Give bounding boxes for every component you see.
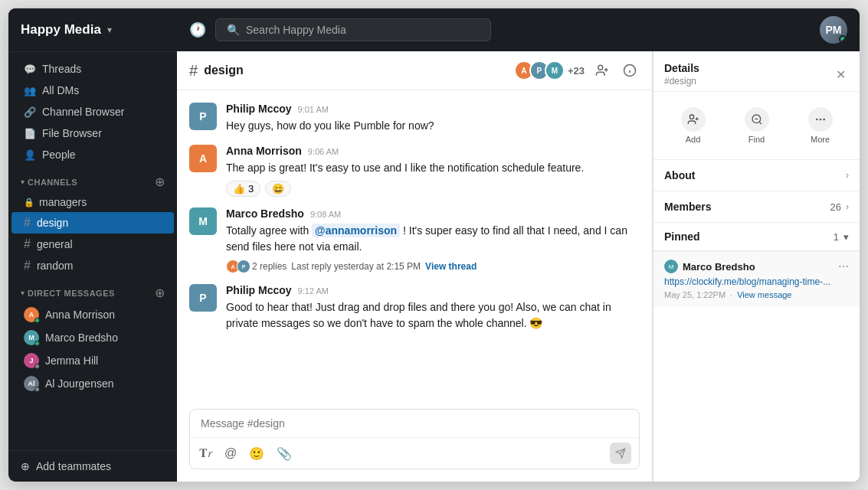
sidebar: Happy Media ▾ 💬 Threads 👥 All DMs 🔗 Chan… <box>8 8 177 482</box>
people-icon: 👤 <box>24 149 36 161</box>
member-avatars[interactable]: A P M +23 <box>514 60 585 80</box>
add-member-icon <box>681 107 706 132</box>
main-area: 🕐 🔍 Search Happy Media PM # design <box>177 8 860 482</box>
details-action-add-label: Add <box>686 135 701 144</box>
message-author: Marco Bredsho <box>226 207 304 220</box>
details-subtitle: #design <box>664 76 699 87</box>
offline-status-icon <box>34 387 40 392</box>
history-icon[interactable]: 🕐 <box>189 21 206 38</box>
pinned-header[interactable]: Pinned 1 ▾ <box>653 223 860 251</box>
channel-info-button[interactable] <box>620 60 640 80</box>
details-title-group: Details #design <box>664 62 699 87</box>
channel-item-design[interactable]: # design <box>11 212 174 234</box>
sidebar-item-people[interactable]: 👤 People <box>11 144 174 165</box>
dm-toggle[interactable]: ▾ DIRECT MESSAGES <box>21 289 115 298</box>
search-bar[interactable]: 🔍 Search Happy Media <box>215 18 491 41</box>
details-action-add[interactable]: Add <box>673 103 713 149</box>
member-count[interactable]: +23 <box>568 65 585 77</box>
pinned-item-date: May 25, 1:22PM <box>664 290 726 299</box>
thread-reply-count: 2 replies <box>252 261 287 272</box>
pinned-item-options-button[interactable]: ⋯ <box>838 260 849 273</box>
text-before: Totally agree with <box>226 224 312 237</box>
channels-toggle-arrow: ▾ <box>21 178 25 186</box>
message-time: 9:12 AM <box>298 286 329 296</box>
view-thread-link[interactable]: View thread <box>425 261 477 272</box>
message-author: Anna Morrison <box>226 145 302 157</box>
reaction-smile[interactable]: 😄 <box>265 181 291 197</box>
dm-item-anna[interactable]: A Anna Morrison <box>11 303 174 326</box>
add-channel-button[interactable]: ⊕ <box>155 175 165 189</box>
mention[interactable]: @annamorrison <box>312 224 400 237</box>
details-section-members[interactable]: Members 26 › <box>653 191 860 223</box>
channel-item-general[interactable]: # general <box>11 234 174 255</box>
lock-icon: 🔒 <box>24 198 34 207</box>
reaction-thumbsup[interactable]: 👍 3 <box>226 181 260 197</box>
details-action-more[interactable]: More <box>801 103 840 149</box>
add-member-button[interactable] <box>592 60 612 80</box>
message-input[interactable] <box>201 417 628 430</box>
input-toolbar-icons: 𝐓𝑟 @ 🙂 📎 <box>198 445 293 462</box>
send-button[interactable] <box>610 443 631 464</box>
channel-item-random[interactable]: # random <box>11 255 174 276</box>
pinned-item-author: M Marco Bredsho ⋯ <box>664 260 849 273</box>
details-action-more-label: More <box>811 135 830 144</box>
channel-item-managers[interactable]: 🔒 managers <box>11 192 174 212</box>
dm-section-header: ▾ DIRECT MESSAGES ⊕ <box>8 279 177 303</box>
message-author: Philip Mccoy <box>226 103 292 115</box>
details-action-find[interactable]: Find <box>737 103 777 149</box>
members-section-title: Members <box>664 201 711 213</box>
message-content: Philip Mccoy 9:01 AM Hey guys, how do yo… <box>226 103 640 134</box>
svg-point-8 <box>689 115 693 119</box>
mention-icon[interactable]: @ <box>223 445 238 462</box>
channel-browser-icon: 🔗 <box>24 106 36 118</box>
pinned-item-link[interactable]: https://clockify.me/blog/managing-time-.… <box>664 276 849 287</box>
dm-item-marco[interactable]: M Marco Bredsho <box>11 326 174 349</box>
text-format-icon[interactable]: 𝐓𝑟 <box>198 445 214 462</box>
message-avatar: M <box>189 207 217 235</box>
chat-area: # design A P M +23 <box>177 51 653 482</box>
message-text: Hey guys, how do you like Pumble for now… <box>226 118 640 134</box>
chat-header: # design A P M +23 <box>177 51 652 90</box>
online-status-icon <box>34 341 40 346</box>
top-bar: 🕐 🔍 Search Happy Media PM <box>177 8 860 51</box>
user-avatar[interactable]: PM <box>820 16 847 44</box>
emoji-icon[interactable]: 🙂 <box>247 445 266 462</box>
hash-icon: # <box>24 237 31 251</box>
find-icon <box>745 107 769 132</box>
about-section-right: › <box>846 170 849 181</box>
more-icon <box>808 107 833 132</box>
file-browser-icon: 📄 <box>24 128 36 139</box>
dm-item-jemma[interactable]: J Jemma Hill <box>11 349 174 372</box>
workspace-header[interactable]: Happy Media ▾ <box>8 8 177 52</box>
channel-hash-icon: # <box>189 62 198 80</box>
message-input-area: 𝐓𝑟 @ 🙂 📎 <box>177 401 652 482</box>
sidebar-item-all-dms[interactable]: 👥 All DMs <box>11 80 174 101</box>
details-section-about[interactable]: About › <box>653 160 860 191</box>
channels-section-header: ▾ CHANNELS ⊕ <box>8 168 177 192</box>
message-thread[interactable]: A P 2 replies Last reply yesterday at 2:… <box>226 260 640 273</box>
message-content: Anna Morrison 9:06 AM The app is great! … <box>226 145 640 197</box>
add-dm-button[interactable]: ⊕ <box>155 286 165 300</box>
svg-point-0 <box>598 65 603 70</box>
hash-icon: # <box>24 259 31 273</box>
dm-item-al[interactable]: Al Al Jourgensen <box>11 372 174 395</box>
sidebar-item-file-browser[interactable]: 📄 File Browser <box>11 122 174 144</box>
hash-icon: # <box>24 216 31 230</box>
sidebar-item-threads[interactable]: 💬 Threads <box>11 58 174 80</box>
dm-toggle-arrow: ▾ <box>21 289 25 297</box>
workspace-chevron-icon: ▾ <box>107 24 112 35</box>
message-text: Totally agree with @annamorrison ! It's … <box>226 223 640 255</box>
message-input-box: 𝐓𝑟 @ 🙂 📎 <box>189 409 640 469</box>
reaction-emoji: 😄 <box>272 183 284 194</box>
dm-avatar-al: Al <box>24 376 39 391</box>
add-teammates-button[interactable]: ⊕ Add teammates <box>21 460 165 472</box>
details-close-button[interactable]: ✕ <box>833 64 849 85</box>
channel-name: managers <box>39 196 87 208</box>
message-input-toolbar: 𝐓𝑟 @ 🙂 📎 <box>190 437 639 469</box>
members-count: 26 <box>830 201 841 213</box>
sidebar-item-label: Channel Browser <box>42 106 124 118</box>
attachment-icon[interactable]: 📎 <box>275 445 293 462</box>
view-message-link[interactable]: View message <box>737 290 791 299</box>
sidebar-item-channel-browser[interactable]: 🔗 Channel Browser <box>11 101 174 122</box>
channels-toggle[interactable]: ▾ CHANNELS <box>21 178 77 187</box>
